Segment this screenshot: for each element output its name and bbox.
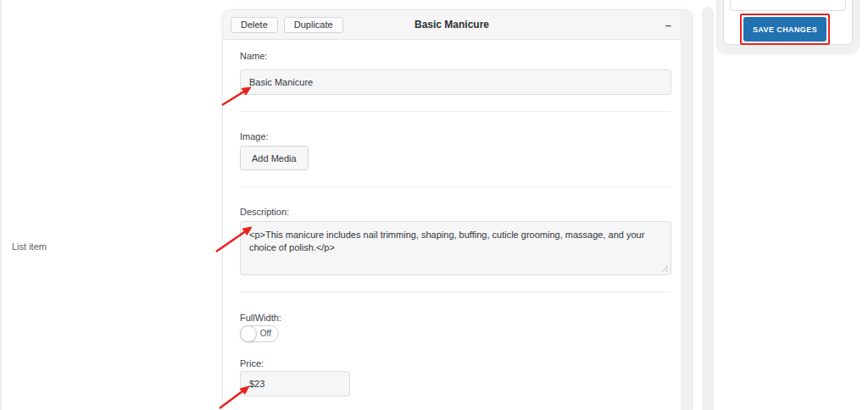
page: List item Delete Duplicate Basic Manicur… [0,0,868,410]
divider [240,186,671,187]
divider [240,111,671,112]
name-label: Name: [240,51,671,62]
settings-sidebar-panel: SAVE CHANGES [723,0,853,45]
divider [240,291,671,292]
settings-sidebar-card: SAVE CHANGES [716,0,860,53]
toggle-state-label: Off [260,326,271,341]
save-highlight-box: SAVE CHANGES [740,14,830,45]
description-label: Description: [240,207,671,218]
description-textarea[interactable]: <p>This manicure includes nail trimming,… [240,221,671,275]
fullwidth-label: FullWidth: [240,313,671,324]
panel-scrollbar-gutter[interactable] [681,10,692,410]
screen-left-edge [0,0,2,410]
description-field: <p>This manicure includes nail trimming,… [240,221,671,275]
page-scrollbar-strip[interactable] [702,7,714,410]
toggle-knob [240,325,257,342]
collapse-icon[interactable]: – [664,19,673,30]
price-label: Price: [240,358,671,369]
editor-header: Delete Duplicate Basic Manicure – [223,10,681,40]
fullwidth-toggle[interactable]: Off [240,325,279,342]
service-editor-panel: Delete Duplicate Basic Manicure – Name: … [222,9,693,410]
sidebar-collapsed-box [730,0,846,11]
save-changes-button[interactable]: SAVE CHANGES [743,17,826,42]
editor-form: Name: Image: Add Media Description: <p>T… [223,40,681,396]
name-input[interactable] [240,69,671,95]
image-label: Image: [240,131,671,142]
add-media-button[interactable]: Add Media [240,146,309,170]
price-input[interactable] [240,371,350,396]
delete-button[interactable]: Delete [231,17,278,33]
list-item[interactable]: List item [12,241,47,252]
duplicate-button[interactable]: Duplicate [284,17,343,33]
service-editor-content: Delete Duplicate Basic Manicure – Name: … [223,10,681,410]
